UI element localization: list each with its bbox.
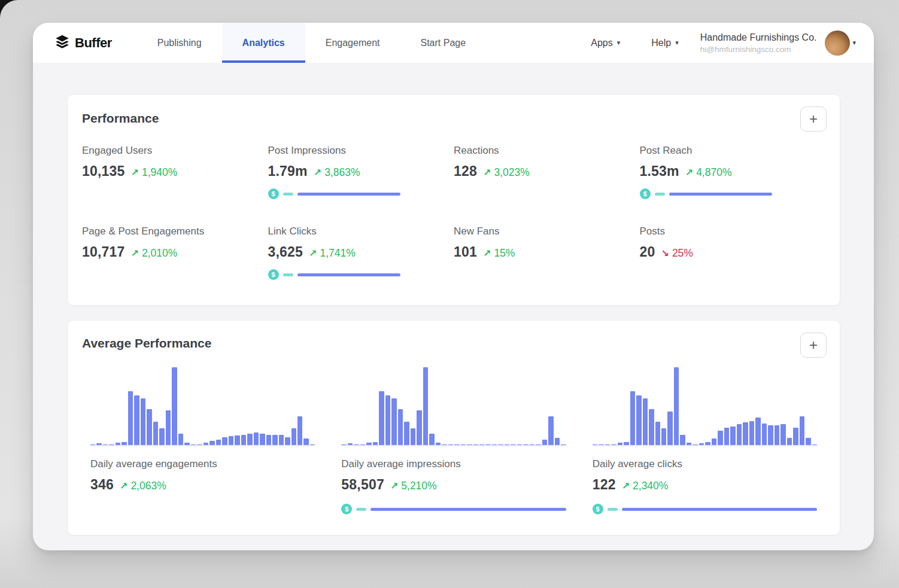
metric-link-clicks: Link Clicks 3,625 ↗ 1,741% $ (268, 226, 454, 280)
trend-arrow-icon: ↗ (622, 480, 630, 492)
avatar (825, 31, 850, 56)
metric-engaged-users: Engaged Users 10,135 ↗ 1,940% $ (82, 145, 268, 199)
chart-daily-average-engagements: Daily average engagements 346 ↗ 2,063% $ (90, 365, 315, 514)
boost-indicator: $ (640, 188, 826, 199)
metric-page-post-engagements: Page & Post Engagements 10,717 ↗ 2,010% … (82, 226, 268, 280)
boost-indicator: $ (593, 504, 817, 514)
boost-indicator: $ (268, 269, 454, 280)
trend-arrow-icon: ↗ (131, 248, 139, 259)
account-info: Handmade Furnishings Co. hi@hmfurnishing… (700, 32, 817, 54)
boost-paid-segment (669, 193, 772, 196)
metric-reactions: Reactions 128 ↗ 3,023% $ (454, 145, 640, 199)
trend-arrow-icon: ↗ (120, 480, 127, 492)
boost-indicator: $ (341, 504, 566, 514)
trend-arrow-icon: ↗ (483, 248, 491, 259)
account-name: Handmade Furnishings Co. (700, 32, 817, 43)
brand-wordmark: Buffer (75, 35, 112, 51)
chevron-down-icon: ▾ (617, 39, 621, 47)
boost-paid-segment (370, 508, 566, 511)
trend-arrow-icon: ↗ (483, 167, 491, 178)
boost-paid-segment (622, 508, 817, 511)
average-performance-title: Average Performance (82, 336, 825, 351)
boost-organic-segment (356, 508, 366, 511)
app-window: Buffer Publishing Analytics Engagement S… (33, 23, 874, 550)
clicks-bar-chart (593, 365, 817, 446)
chart-daily-average-impressions: Daily average impressions 58,507 ↗ 5,210… (341, 365, 566, 514)
help-menu[interactable]: Help ▾ (636, 23, 694, 63)
boost-indicator: $ (268, 188, 454, 199)
apps-menu[interactable]: Apps ▾ (575, 23, 636, 63)
trend-arrow-icon: ↗ (685, 167, 693, 178)
trend-arrow-icon: ↗ (314, 167, 321, 178)
boost-organic-segment (283, 273, 293, 276)
boost-dollar-icon: $ (341, 504, 352, 514)
boost-organic-segment (608, 508, 618, 511)
boost-dollar-icon: $ (640, 188, 651, 199)
metric-post-impressions: Post Impressions 1.79m ↗ 3,863% $ (268, 145, 454, 199)
performance-title: Performance (82, 111, 825, 126)
boost-organic-segment (283, 193, 293, 196)
account-email: hi@hmfurnishingsco.com (700, 45, 817, 54)
buffer-logo-icon (54, 34, 70, 52)
nav-spacer (486, 23, 575, 63)
metric-posts: Posts 20 ↘ 25% $ (640, 226, 826, 280)
boost-dollar-icon: $ (268, 269, 279, 280)
chart-daily-average-clicks: Daily average clicks 122 ↗ 2,340% $ (593, 365, 817, 514)
chevron-down-icon: ▾ (852, 39, 856, 47)
analytics-content: Performance + Engaged Users 10,135 ↗ 1,9… (33, 63, 874, 535)
boost-organic-segment (655, 193, 665, 196)
tab-start-page[interactable]: Start Page (400, 23, 486, 63)
engagements-bar-chart (90, 365, 315, 446)
boost-dollar-icon: $ (593, 504, 603, 514)
boost-paid-segment (297, 193, 400, 196)
impressions-bar-chart (341, 365, 566, 446)
performance-card: Performance + Engaged Users 10,135 ↗ 1,9… (67, 94, 840, 306)
chevron-down-icon: ▾ (675, 39, 679, 47)
tab-engagement[interactable]: Engagement (305, 23, 400, 63)
tab-analytics[interactable]: Analytics (222, 23, 305, 63)
account-section: Handmade Furnishings Co. hi@hmfurnishing… (694, 23, 874, 63)
metric-new-fans: New Fans 101 ↗ 15% $ (454, 226, 640, 280)
add-metric-button[interactable]: + (800, 106, 827, 132)
trend-arrow-icon: ↗ (309, 248, 317, 259)
boost-paid-segment (297, 273, 400, 276)
metrics-grid: Engaged Users 10,135 ↗ 1,940% $ (82, 145, 825, 280)
trend-arrow-icon: ↗ (131, 167, 139, 178)
top-nav: Buffer Publishing Analytics Engagement S… (33, 23, 874, 63)
average-performance-card: Average Performance + Daily average enga… (67, 320, 840, 535)
charts-row: Daily average engagements 346 ↗ 2,063% $ (82, 365, 825, 514)
add-average-metric-button[interactable]: + (800, 333, 827, 358)
tab-publishing[interactable]: Publishing (137, 23, 222, 63)
metric-post-reach: Post Reach 1.53m ↗ 4,870% $ (640, 145, 826, 199)
trend-arrow-icon: ↗ (390, 480, 398, 492)
trend-arrow-icon: ↘ (661, 248, 669, 259)
buffer-brand[interactable]: Buffer (33, 23, 137, 63)
account-menu-button[interactable]: ▾ (825, 31, 856, 56)
boost-dollar-icon: $ (268, 188, 279, 199)
